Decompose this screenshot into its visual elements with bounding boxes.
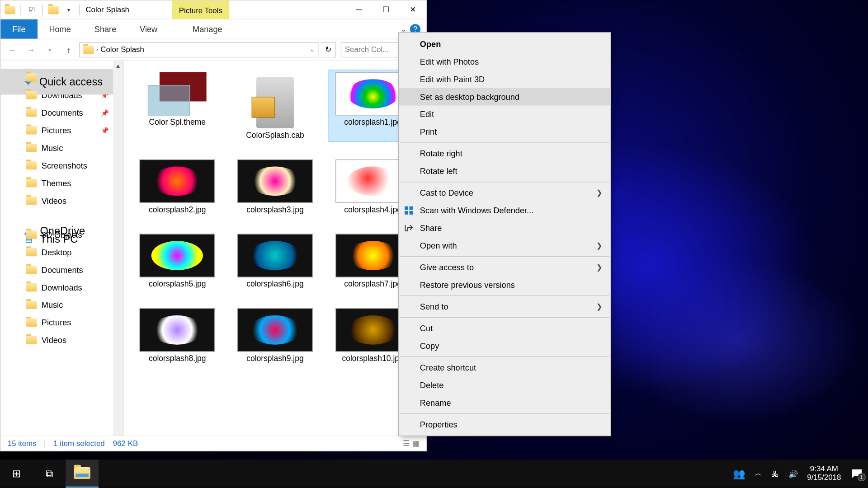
qat-dropdown-icon[interactable]: ▾ — [61, 3, 75, 17]
file-item[interactable]: colorsplash5.jpg — [132, 231, 222, 291]
taskbar-clock[interactable]: 9:34 AM 9/15/2018 — [807, 465, 841, 483]
context-menu-item[interactable]: Scan with Windows Defender... — [399, 202, 610, 219]
start-button[interactable]: ⊞ — [0, 460, 33, 488]
recent-dropdown-icon[interactable]: ▾ — [42, 41, 58, 57]
sidebar-item-music[interactable]: Music — [0, 296, 123, 314]
sidebar-item-screenshots[interactable]: Screenshots — [0, 156, 123, 174]
folder-icon — [3, 3, 17, 17]
sidebar-item-documents[interactable]: Documents📌 — [0, 104, 123, 122]
context-menu-label: Open — [420, 39, 441, 49]
context-menu-item[interactable]: Delete — [399, 376, 610, 394]
folder-icon — [26, 283, 37, 291]
context-menu-item[interactable]: Set as desktop background — [399, 88, 610, 106]
folder-icon — [26, 144, 37, 152]
context-menu-item[interactable]: Cast to Device❯ — [399, 184, 610, 202]
refresh-button[interactable]: ↻ — [321, 42, 336, 57]
pin-icon: 📌 — [101, 127, 109, 134]
context-menu-item[interactable]: Open — [399, 35, 610, 53]
content-pane[interactable]: Color Spl.themeColorSplash.cabcolorsplas… — [124, 61, 426, 436]
tab-view[interactable]: View — [128, 19, 169, 39]
context-menu-item[interactable]: Edit with Photos — [399, 53, 610, 70]
image-thumbnail — [237, 308, 312, 352]
sidebar-item-downloads[interactable]: Downloads — [0, 278, 123, 296]
context-menu-item[interactable]: Create shortcut — [399, 359, 610, 376]
view-details-icon[interactable]: ☰ — [403, 439, 410, 448]
context-menu-item[interactable]: Edit — [399, 106, 610, 123]
context-menu-item[interactable]: Open with❯ — [399, 237, 610, 254]
context-menu-separator — [400, 182, 609, 182]
titlebar[interactable]: ☑ ▾ Color Splash Picture Tools ─ ☐ ✕ — [0, 0, 426, 19]
context-menu-item[interactable]: Copy — [399, 337, 610, 355]
sidebar-item-videos[interactable]: Videos — [0, 192, 123, 209]
picture-tools-tab[interactable]: Picture Tools — [172, 0, 229, 19]
context-menu-label: Properties — [420, 420, 458, 429]
task-view-button[interactable]: ⧉ — [33, 460, 66, 488]
context-menu-item[interactable]: Properties — [399, 416, 610, 433]
up-button[interactable]: ↑ — [61, 41, 77, 57]
sidebar-item-pictures[interactable]: Pictures — [0, 314, 123, 331]
qat-properties-icon[interactable]: ☑ — [24, 3, 38, 17]
address-dropdown-icon[interactable]: ⌄ — [310, 46, 314, 52]
file-item[interactable]: colorsplash6.jpg — [230, 231, 321, 291]
sidebar-item-videos[interactable]: Videos — [0, 331, 123, 349]
sidebar-item-music[interactable]: Music — [0, 139, 123, 156]
file-item[interactable]: colorsplash9.jpg — [230, 306, 321, 365]
nav-quick-access[interactable]: ✦ Quick access — [0, 69, 123, 94]
file-item[interactable]: colorsplash3.jpg — [230, 157, 321, 216]
file-name: colorsplash1.jpg — [344, 118, 401, 127]
context-menu-item[interactable]: Edit with Paint 3D — [399, 70, 610, 88]
minimize-button[interactable]: ─ — [345, 0, 373, 19]
maximize-button[interactable]: ☐ — [373, 0, 400, 19]
forward-button[interactable]: → — [23, 41, 39, 57]
chevron-right-icon: ❯ — [596, 241, 602, 249]
file-item[interactable]: colorsplash8.jpg — [132, 306, 222, 365]
context-menu-item[interactable]: Rename — [399, 394, 610, 412]
context-menu-item[interactable]: Share — [399, 219, 610, 237]
folder-icon — [26, 197, 37, 205]
context-menu-separator — [400, 256, 609, 257]
scroll-up-icon[interactable]: ▲ — [113, 61, 123, 70]
nav-label: Documents — [42, 265, 83, 274]
navigation-pane: ✦ Quick access Desktop📌Downloads📌Documen… — [0, 61, 123, 436]
nav-this-pc[interactable]: 🖥 This PC — [0, 225, 123, 251]
folder-icon — [26, 318, 37, 326]
network-icon[interactable]: 🖧 — [771, 469, 779, 478]
folder-icon — [26, 126, 37, 134]
address-field[interactable]: › Color Splash ⌄ — [79, 42, 318, 57]
tray-overflow-icon[interactable]: ︿ — [755, 469, 762, 479]
context-menu-label: Rotate right — [420, 149, 462, 159]
svg-rect-1 — [410, 206, 413, 210]
sidebar-item-documents[interactable]: Documents — [0, 261, 123, 278]
file-tab[interactable]: File — [0, 19, 37, 39]
action-center-button[interactable]: 1 — [850, 467, 863, 480]
people-icon[interactable]: 👥 — [733, 468, 745, 480]
sidebar-item-pictures[interactable]: Pictures📌 — [0, 122, 123, 139]
tab-share[interactable]: Share — [83, 19, 128, 39]
sidebar-item-themes[interactable]: Themes — [0, 174, 123, 192]
taskbar-explorer[interactable] — [66, 460, 99, 488]
context-menu-label: Restore previous versions — [420, 280, 515, 290]
tab-manage[interactable]: Manage — [181, 19, 234, 39]
context-menu-item[interactable]: Send to❯ — [399, 298, 610, 315]
context-menu-item[interactable]: Restore previous versions — [399, 276, 610, 294]
view-thumbnails-icon[interactable]: ▦ — [412, 439, 420, 448]
file-explorer-window: ☑ ▾ Color Splash Picture Tools ─ ☐ ✕ Fil… — [0, 0, 427, 451]
back-button[interactable]: ← — [4, 41, 20, 57]
volume-icon[interactable]: 🔊 — [788, 469, 798, 478]
context-menu-separator — [400, 357, 609, 357]
context-menu-item[interactable]: Print — [399, 123, 610, 141]
tab-home[interactable]: Home — [37, 19, 82, 39]
context-menu-item[interactable]: Rotate right — [399, 145, 610, 162]
nav-scrollbar[interactable]: ▲ — [113, 61, 123, 436]
image-thumbnail — [237, 160, 312, 203]
taskbar[interactable]: ⊞ ⧉ 👥 ︿ 🖧 🔊 9:34 AM 9/15/2018 1 — [0, 460, 868, 488]
close-button[interactable]: ✕ — [399, 0, 426, 19]
file-item[interactable]: colorsplash2.jpg — [132, 157, 222, 216]
context-menu-item[interactable]: Cut — [399, 319, 610, 337]
file-item[interactable]: ColorSplash.cab — [230, 70, 321, 142]
context-menu-item[interactable]: Give access to❯ — [399, 258, 610, 276]
file-name: ColorSplash.cab — [246, 131, 304, 139]
file-item[interactable]: Color Spl.theme — [132, 70, 222, 142]
context-menu-item[interactable]: Rotate left — [399, 162, 610, 180]
breadcrumb[interactable]: Color Splash — [100, 45, 144, 54]
